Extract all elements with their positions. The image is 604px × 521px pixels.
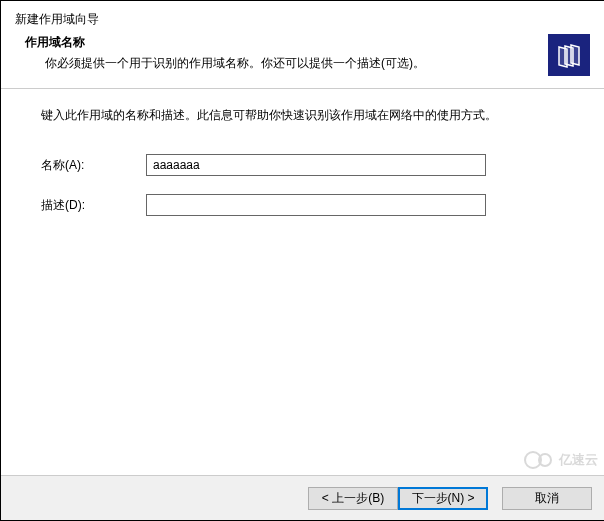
- watermark-logo-icon: [524, 450, 556, 470]
- window-title: 新建作用域向导: [15, 11, 590, 28]
- description-label: 描述(D):: [41, 197, 146, 214]
- header-section: 新建作用域向导 作用域名称 你必须提供一个用于识别的作用域名称。你还可以提供一个…: [1, 1, 604, 88]
- watermark-text: 亿速云: [559, 451, 598, 469]
- name-row: 名称(A):: [41, 154, 564, 176]
- scope-books-icon: [548, 34, 590, 76]
- cancel-button[interactable]: 取消: [502, 487, 592, 510]
- header-text-block: 作用域名称 你必须提供一个用于识别的作用域名称。你还可以提供一个描述(可选)。: [15, 34, 548, 72]
- name-input[interactable]: [146, 154, 486, 176]
- button-bar: < 上一步(B) 下一步(N) > 取消: [1, 475, 604, 520]
- description-row: 描述(D):: [41, 194, 564, 216]
- next-button[interactable]: 下一步(N) >: [398, 487, 488, 510]
- wizard-window: 新建作用域向导 作用域名称 你必须提供一个用于识别的作用域名称。你还可以提供一个…: [0, 0, 604, 521]
- description-input[interactable]: [146, 194, 486, 216]
- instruction-text: 键入此作用域的名称和描述。此信息可帮助你快速识别该作用域在网络中的使用方式。: [41, 107, 564, 124]
- header-row: 作用域名称 你必须提供一个用于识别的作用域名称。你还可以提供一个描述(可选)。: [15, 34, 590, 76]
- watermark: 亿速云: [524, 450, 598, 470]
- name-label: 名称(A):: [41, 157, 146, 174]
- header-heading: 作用域名称: [25, 34, 548, 51]
- content-section: 键入此作用域的名称和描述。此信息可帮助你快速识别该作用域在网络中的使用方式。 名…: [1, 89, 604, 254]
- header-subtext: 你必须提供一个用于识别的作用域名称。你还可以提供一个描述(可选)。: [25, 55, 548, 72]
- back-button[interactable]: < 上一步(B): [308, 487, 398, 510]
